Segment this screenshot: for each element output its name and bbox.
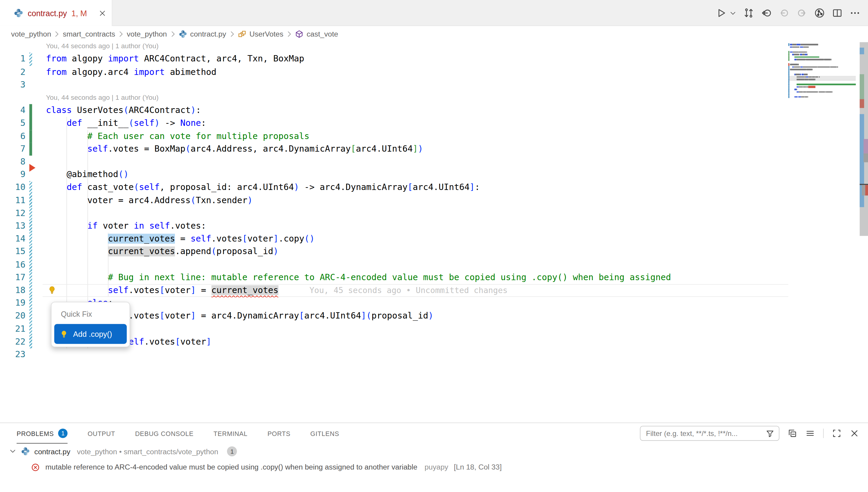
line-number[interactable]: 12 [0,207,25,220]
code-line-14[interactable]: 14 current_votes = self.votes[voter].cop… [0,233,868,246]
gutter-change-indicator[interactable] [29,143,32,155]
filter-input[interactable] [645,429,766,438]
gutter-change-indicator[interactable] [29,310,32,323]
close-panel-icon[interactable] [850,429,859,438]
gutter-change-indicator[interactable] [29,233,32,246]
line-number[interactable]: 8 [0,155,25,168]
breadcrumb-item-cast_vote[interactable]: cast_vote [295,30,338,39]
breadcrumb-item-smart_contracts[interactable]: smart_contracts [63,30,115,39]
line-number[interactable]: 10 [0,181,25,194]
line-number[interactable]: 3 [0,78,25,91]
code-line-22[interactable]: 22 return self.votes[voter] [0,336,868,348]
gitlens-codelens[interactable]: You, 44 seconds ago | 1 author (You) [0,91,868,104]
line-number[interactable]: 9 [0,168,25,181]
line-number[interactable]: 6 [0,130,25,143]
breadcrumb-item-vote_python[interactable]: vote_python [11,30,51,39]
panel-tab-output[interactable]: OUTPUT [87,423,115,443]
line-number[interactable]: 16 [0,258,25,271]
panel-tab-ports[interactable]: PORTS [267,423,290,443]
run-dropdown-icon[interactable] [730,9,736,16]
line-number[interactable]: 18 [0,284,25,297]
breadcrumb-item-vote_python[interactable]: vote_python [127,30,167,39]
code-line-9[interactable]: 9 @abimethod() [0,168,868,181]
code-line-23[interactable]: 23 [0,348,868,361]
panel-tab-gitlens[interactable]: GITLENS [310,423,339,443]
line-number[interactable]: 13 [0,220,25,233]
line-number[interactable]: 7 [0,143,25,155]
code-line-6[interactable]: 6 # Each user can vote for multiple prop… [0,130,868,143]
gutter-change-indicator[interactable] [29,271,32,284]
problems-file-row[interactable]: contract.py vote_python • smart_contract… [0,443,868,459]
editor-tab-contract-py[interactable]: contract.py 1, M [0,0,112,26]
line-number[interactable]: 15 [0,245,25,258]
code-line-5[interactable]: 5 def __init__(self) -> None: [0,117,868,130]
navigate-back-icon[interactable] [761,8,771,18]
code-editor[interactable]: You, 44 seconds ago | 1 author (You)1fro… [0,42,868,422]
gitlens-codelens[interactable]: You, 44 seconds ago | 1 author (You) [0,42,868,53]
maximize-panel-icon[interactable] [832,429,841,438]
code-line-1[interactable]: 1from algopy import ARC4Contract, arc4, … [0,53,868,66]
gutter-change-indicator[interactable] [29,117,32,130]
code-line-16[interactable]: 16 [0,258,868,271]
gutter-change-indicator[interactable] [29,284,32,297]
gutter-change-indicator[interactable] [29,336,32,348]
line-number[interactable]: 17 [0,271,25,284]
run-graph-icon[interactable] [814,8,825,18]
breadcrumb-item-contract.py[interactable]: contract.py [179,30,226,39]
split-editor-icon[interactable] [832,8,843,18]
code-line-8[interactable]: 8 [0,155,868,168]
gutter-change-indicator[interactable] [29,323,32,336]
line-number[interactable]: 22 [0,336,25,348]
more-actions-icon[interactable] [850,8,860,18]
line-number[interactable]: 21 [0,323,25,336]
close-tab-icon[interactable] [99,9,106,17]
problem-row[interactable]: mutable reference to ARC-4-encoded value… [0,459,868,475]
collapse-all-icon[interactable] [788,429,797,438]
quick-fix-action-add-copy[interactable]: Add .copy() [54,324,127,344]
compare-changes-icon[interactable] [743,8,754,18]
gutter-change-indicator[interactable] [29,245,32,258]
gutter-change-indicator[interactable] [29,220,32,233]
code-line-7[interactable]: 7 self.votes = BoxMap(arc4.Address, arc4… [0,143,868,155]
gutter-change-indicator[interactable] [29,104,32,117]
minimap[interactable] [788,42,856,111]
code-line-13[interactable]: 13 if voter in self.votes: [0,220,868,233]
gutter-change-indicator[interactable] [29,207,32,220]
line-number[interactable]: 19 [0,297,25,310]
line-number[interactable]: 5 [0,117,25,130]
panel-tab-problems[interactable]: PROBLEMS1 [17,423,68,443]
code-line-2[interactable]: 2from algopy.arc4 import abimethod [0,66,868,78]
code-line-4[interactable]: 4class UserVotes(ARC4Contract): [0,104,868,117]
line-number[interactable]: 20 [0,310,25,323]
code-line-11[interactable]: 11 voter = arc4.Address(Txn.sender) [0,194,868,207]
panel-tab-terminal[interactable]: TERMINAL [213,423,248,443]
code-line-18[interactable]: 18 self.votes[voter] = current_votesYou,… [0,284,868,297]
gutter-change-indicator[interactable] [29,297,32,310]
gutter-change-indicator[interactable] [29,130,32,143]
line-number[interactable]: 1 [0,53,25,66]
code-line-20[interactable]: 20 self.votes[voter] = arc4.DynamicArray… [0,310,868,323]
run-icon[interactable] [716,8,726,18]
code-line-19[interactable]: 19 else: [0,297,868,310]
gutter-change-indicator[interactable] [29,194,32,207]
line-number[interactable]: 14 [0,233,25,246]
problems-filter[interactable] [640,426,780,441]
line-number[interactable]: 4 [0,104,25,117]
gutter-change-indicator[interactable] [29,258,32,271]
chevron-down-icon[interactable] [9,447,17,455]
code-line-12[interactable]: 12 [0,207,868,220]
line-number[interactable]: 2 [0,66,25,78]
breadcrumb-item-UserVotes[interactable]: UserVotes [238,30,283,39]
code-line-21[interactable]: 21 [0,323,868,336]
gutter-change-indicator[interactable] [29,181,32,194]
view-as-table-icon[interactable] [806,429,815,438]
code-line-17[interactable]: 17 # Bug in next line: mutable reference… [0,271,868,284]
code-line-3[interactable]: 3 [0,78,868,91]
panel-tab-debug-console[interactable]: DEBUG CONSOLE [135,423,194,443]
code-line-10[interactable]: 10 def cast_vote(self, proposal_id: arc4… [0,181,868,194]
line-number[interactable]: 23 [0,348,25,361]
code-line-15[interactable]: 15 current_votes.append(proposal_id) [0,245,868,258]
gutter-change-indicator[interactable] [29,53,32,66]
scrollbar-overview-ruler[interactable] [860,42,868,422]
line-number[interactable]: 11 [0,194,25,207]
